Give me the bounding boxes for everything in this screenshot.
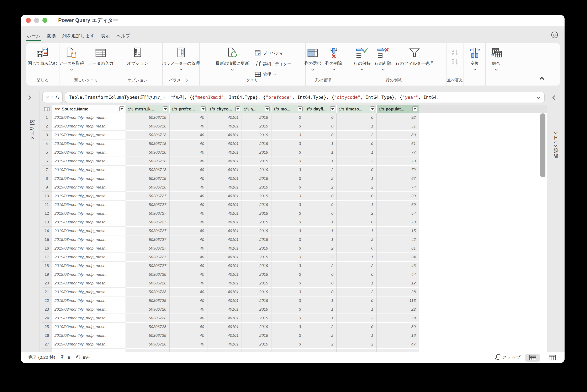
refresh-preview-button[interactable]: 最新の情報に更新 [215,46,249,70]
table-cell[interactable]: 0 [304,200,337,209]
table-cell[interactable]: 61 [377,140,419,148]
table-cell[interactable]: 67 [377,174,419,183]
table-cell[interactable]: 40 [170,270,207,279]
table-cell[interactable]: 40 [170,262,207,270]
table-cell[interactable]: 18 [377,331,419,340]
table-cell[interactable]: 0 [304,209,337,218]
table-cell[interactable]: 1 [337,279,377,288]
table-cell[interactable]: 12 [377,279,419,288]
table-cell[interactable]: 40 [170,305,207,314]
table-cell[interactable]: 2019 [242,148,271,157]
column-view-button[interactable] [545,354,559,362]
table-cell[interactable]: 69 [377,200,419,209]
table-cell[interactable]: 40 [170,236,207,244]
tab-help[interactable]: ヘルプ [116,32,131,41]
table-cell[interactable]: 1 [337,305,377,314]
table-cell[interactable]: 2019/03/monthly_mdp_mesh... [52,331,126,340]
table-cell[interactable]: 2019 [242,236,271,244]
table-cell[interactable]: 40 [170,140,207,148]
table-cell[interactable]: 72 [377,166,419,174]
table-cell[interactable]: 2019/03/monthly_mdp_mesh... [52,270,126,279]
remove-rows-button[interactable]: 行の削除 [375,46,391,70]
table-cell[interactable]: 50306728 [126,305,170,314]
table-cell[interactable]: 40101 [207,244,242,253]
table-cell[interactable]: 1 [304,227,337,236]
column-filter-button[interactable] [163,106,168,111]
table-cell[interactable]: 1 [304,314,337,323]
tab-view[interactable]: 表示 [100,32,110,41]
table-cell[interactable]: 2019/03/monthly_mdp_mesh... [52,166,126,174]
table-cell[interactable]: 2 [337,131,377,140]
table-cell[interactable]: 73 [377,218,419,227]
table-cell[interactable]: 2019 [242,140,271,148]
table-cell[interactable]: 2019 [242,279,271,288]
table-cell[interactable]: 3 [271,288,304,296]
table-cell[interactable]: 2 [304,183,337,192]
close-window-icon[interactable] [26,18,31,23]
row-number[interactable]: 11 [42,200,52,209]
table-cell[interactable]: 40 [170,113,207,122]
table-cell[interactable]: 2019/03/monthly_mdp_mesh... [52,340,126,349]
table-cell[interactable]: 40 [170,166,207,174]
combine-button[interactable]: 結合 [490,46,502,70]
table-cell[interactable]: 2019/03/monthly_mdp_mesh... [52,157,126,166]
column-filter-button[interactable] [412,106,417,111]
table-cell[interactable]: 40 [170,209,207,218]
table-cell[interactable]: 3 [271,192,304,200]
table-cell[interactable]: 0 [304,113,337,122]
table-cell[interactable]: 3 [271,270,304,279]
table-cell[interactable]: 2019 [242,288,271,296]
remove-columns-button[interactable]: 列の削除 [325,46,342,70]
table-cell[interactable]: 80 [377,131,419,140]
table-cell[interactable]: 40101 [207,305,242,314]
table-cell[interactable]: 2019/03/monthly_mdp_mesh... [52,253,126,262]
row-number[interactable]: 27 [42,340,52,349]
table-cell[interactable]: 0 [337,192,377,200]
column-header[interactable]: 123timezo... [337,105,377,113]
table-cell[interactable]: 70 [377,157,419,166]
sort-ascending-button[interactable]: AZ [452,50,458,56]
table-cell[interactable]: 1 [337,174,377,183]
formula-accept-icon[interactable]: ✓ [50,92,54,102]
table-cell[interactable]: 2019 [242,166,271,174]
table-cell[interactable]: 44 [377,270,419,279]
table-cell[interactable]: 1 [337,122,377,131]
table-cell[interactable]: 50306727 [126,262,170,270]
table-cell[interactable]: 2 [304,166,337,174]
row-number[interactable]: 15 [42,236,52,244]
table-cell[interactable]: 50306728 [126,279,170,288]
row-number[interactable]: 13 [42,218,52,227]
table-cell[interactable]: 40 [170,314,207,323]
table-cell[interactable]: 2019/03/monthly_mdp_mesh... [52,122,126,131]
choose-columns-button[interactable]: 列の選択 [305,46,321,70]
table-cell[interactable]: 40101 [207,340,242,349]
table-cell[interactable]: 3 [271,305,304,314]
row-number[interactable]: 19 [42,270,52,279]
column-filter-button[interactable] [298,106,303,111]
table-cell[interactable]: 2019/03/monthly_mdp_mesh... [52,323,126,331]
table-cell[interactable]: 40101 [207,183,242,192]
table-cell[interactable]: 15 [377,227,419,236]
table-cell[interactable]: 2019 [242,113,271,122]
table-cell[interactable]: 2019 [242,244,271,253]
table-cell[interactable]: 2019 [242,157,271,166]
table-cell[interactable]: 2019 [242,323,271,331]
table-cell[interactable]: 0 [304,131,337,140]
table-cell[interactable]: 3 [271,331,304,340]
table-cell[interactable]: 2019 [242,218,271,227]
table-cell[interactable]: 50306727 [126,209,170,218]
table-cell[interactable]: 40101 [207,288,242,296]
table-cell[interactable]: 3 [271,323,304,331]
table-cell[interactable]: 2019/03/monthly_mdp_mesh... [52,314,126,323]
table-cell[interactable]: 0 [337,140,377,148]
table-cell[interactable]: 1 [304,236,337,244]
table-cell[interactable]: 40101 [207,113,242,122]
table-cell[interactable]: 3 [271,122,304,131]
table-cell[interactable]: 0 [337,244,377,253]
table-cell[interactable]: 40101 [207,200,242,209]
table-cell[interactable]: 40 [170,122,207,131]
column-header[interactable]: 123mo... [271,105,304,113]
table-cell[interactable]: 0 [337,323,377,331]
table-cell[interactable]: 0 [304,288,337,296]
table-cell[interactable]: 2019 [242,131,271,140]
